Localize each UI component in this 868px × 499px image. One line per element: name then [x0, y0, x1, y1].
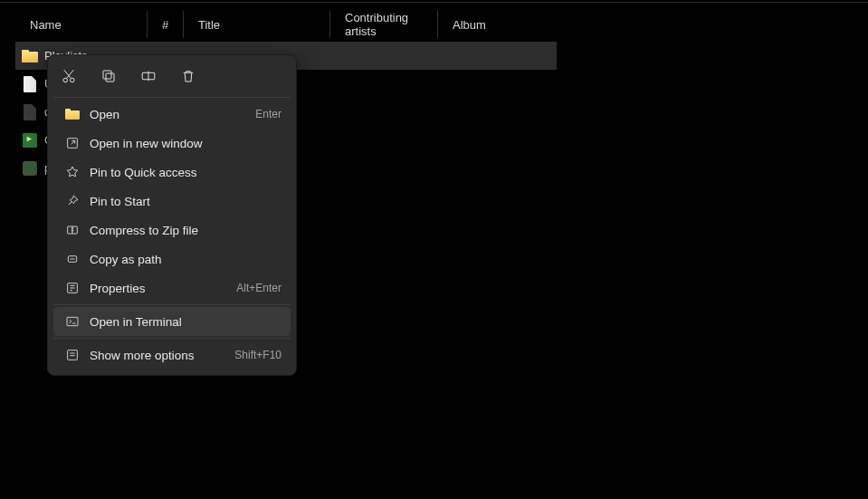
- menu-open-new-window[interactable]: Open in new window: [53, 129, 291, 158]
- menu-compress-zip[interactable]: Compress to Zip file: [53, 216, 291, 245]
- separator: [53, 338, 291, 339]
- cut-icon[interactable]: [59, 66, 79, 86]
- menu-pin-quick-access[interactable]: Pin to Quick access: [53, 158, 291, 187]
- pin-icon: [62, 194, 82, 208]
- file-icon: [21, 103, 39, 121]
- column-header-name[interactable]: Name: [15, 11, 148, 38]
- column-header-number[interactable]: #: [148, 11, 184, 38]
- playlist-icon: [21, 131, 39, 149]
- menu-item-label: Open in new window: [90, 137, 281, 150]
- star-icon: [62, 165, 82, 179]
- menu-item-label: Compress to Zip file: [90, 224, 281, 237]
- rename-icon[interactable]: [138, 66, 158, 86]
- menu-item-label: Open: [90, 108, 255, 121]
- menu-item-shortcut: Enter: [255, 108, 281, 120]
- menu-item-shortcut: Alt+Enter: [236, 282, 281, 294]
- copy-icon[interactable]: [99, 66, 119, 86]
- svg-point-1: [71, 78, 75, 82]
- column-header-album[interactable]: Album: [438, 11, 556, 38]
- column-headers: Name # Title Contributing artists Album: [15, 11, 556, 38]
- menu-show-more-options[interactable]: Show more options Shift+F10: [53, 341, 291, 369]
- zip-icon: [62, 223, 82, 237]
- context-menu-toolbar: [53, 61, 291, 95]
- delete-icon[interactable]: [178, 66, 198, 86]
- menu-item-label: Pin to Quick access: [90, 166, 281, 179]
- terminal-icon: [62, 314, 82, 329]
- menu-copy-path[interactable]: Copy as path: [53, 245, 291, 273]
- file-icon: [21, 75, 39, 93]
- properties-icon: [62, 281, 82, 295]
- menu-properties[interactable]: Properties Alt+Enter: [53, 273, 291, 302]
- menu-item-label: Pin to Start: [90, 195, 281, 208]
- open-new-window-icon: [62, 136, 82, 150]
- menu-item-label: Copy as path: [90, 253, 281, 266]
- svg-rect-4: [106, 73, 114, 82]
- database-icon: [21, 159, 39, 178]
- column-header-artists[interactable]: Contributing artists: [330, 11, 438, 38]
- menu-item-label: Properties: [90, 282, 236, 295]
- svg-rect-21: [68, 350, 78, 360]
- more-options-icon: [62, 348, 82, 362]
- menu-pin-start[interactable]: Pin to Start: [53, 187, 291, 216]
- folder-open-icon: [62, 109, 82, 120]
- menu-item-shortcut: Shift+F10: [234, 349, 281, 361]
- separator: [53, 97, 291, 98]
- menu-open-terminal[interactable]: Open in Terminal: [53, 307, 291, 336]
- menu-item-label: Show more options: [90, 349, 234, 362]
- svg-rect-5: [103, 71, 111, 79]
- copy-path-icon: [62, 252, 82, 266]
- menu-item-label: Open in Terminal: [90, 315, 281, 329]
- svg-point-0: [63, 78, 68, 82]
- svg-rect-19: [67, 317, 78, 325]
- folder-icon: [21, 47, 39, 65]
- separator: [53, 304, 291, 305]
- menu-open[interactable]: Open Enter: [53, 100, 291, 129]
- context-menu: Open Enter Open in new window Pin to Qui…: [47, 54, 297, 376]
- column-header-title[interactable]: Title: [184, 11, 330, 38]
